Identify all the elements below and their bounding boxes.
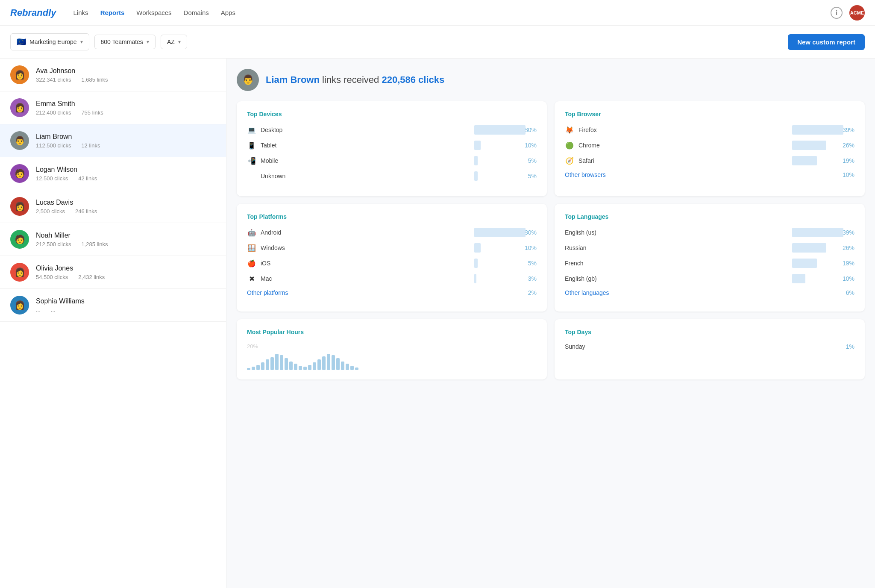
stat-bar [474, 259, 478, 268]
person-info: Noah Miller 212,500 clicks 1,285 links [36, 232, 216, 247]
hour-bar [317, 359, 321, 370]
stat-bar-container [474, 125, 517, 135]
nav-links: Links Reports Workspaces Domains Apps [73, 9, 831, 16]
person-stats: 322,341 clicks 1,685 links [36, 76, 216, 83]
nav-link-apps[interactable]: Apps [221, 9, 235, 16]
hour-bar [285, 358, 288, 370]
stat-row: 📲 Mobile 5% [247, 156, 537, 165]
top-platforms-rows: 🤖 Android 80% 🪟 Windows 10% 🍎 iOS 5% ✖ M… [247, 228, 537, 283]
hour-bar [266, 359, 269, 370]
person-item[interactable]: 👩 Sophia Williams ... ... [0, 289, 226, 322]
other-platforms-link[interactable]: Other platforms [247, 289, 517, 296]
other-languages-link[interactable]: Other languages [565, 289, 835, 296]
stat-bar-container [474, 228, 517, 237]
person-links: 1,685 links [81, 76, 108, 83]
person-item[interactable]: 🧑 Noah Miller 212,500 clicks 1,285 links [0, 223, 226, 256]
stat-bar [474, 243, 481, 253]
person-clicks: 112,500 clicks [36, 142, 71, 149]
workspace-filter[interactable]: 🇪🇺 Marketing Europe ▾ [10, 33, 89, 50]
teammates-filter[interactable]: 600 Teammates ▾ [94, 35, 156, 49]
person-avatar: 👩 [10, 98, 29, 117]
person-item[interactable]: 👩 Olivia Jones 54,500 clicks 2,432 links [0, 256, 226, 289]
stat-icon: 📲 [247, 157, 256, 165]
top-platforms-card: Top Platforms 🤖 Android 80% 🪟 Windows 10… [237, 204, 547, 312]
person-clicks: 12,500 clicks [36, 175, 68, 182]
hour-bar [313, 362, 316, 370]
other-browsers-link[interactable]: Other browsers [565, 171, 835, 178]
stat-bar-container [792, 228, 835, 237]
stat-bar [792, 243, 826, 253]
person-name: Liam Brown [36, 133, 216, 141]
stat-bar-container [792, 141, 835, 150]
person-name: Ava Johnson [36, 67, 216, 75]
nav-link-links[interactable]: Links [73, 9, 88, 16]
stats-grid: Top Devices 💻 Desktop 80% 📱 Tablet 10% 📲… [237, 101, 865, 379]
stat-row: Russian 26% [565, 243, 854, 253]
person-item[interactable]: 👩 Lucas Davis 2,500 clicks 246 links [0, 190, 226, 223]
top-browser-title: Top Browser [565, 111, 854, 118]
person-stats: 12,500 clicks 42 links [36, 175, 216, 182]
person-name: Noah Miller [36, 232, 216, 239]
person-links: 246 links [75, 208, 97, 215]
stat-row: French 19% [565, 259, 854, 268]
person-item[interactable]: 👩 Emma Smith 212,400 clicks 755 links [0, 91, 226, 124]
nav-link-workspaces[interactable]: Workspaces [136, 9, 171, 16]
hours-bars [247, 353, 537, 370]
stat-icon: 💻 [247, 126, 256, 134]
new-report-button[interactable]: New custom report [788, 34, 865, 50]
other-platforms-row: Other platforms 2% [247, 289, 537, 296]
workspace-label: Marketing Europe [29, 38, 77, 45]
person-avatar: 👩 [10, 65, 29, 84]
nav-link-reports[interactable]: Reports [100, 9, 125, 16]
stat-label: English (gb) [565, 275, 788, 282]
top-days-title: Top Days [565, 329, 854, 335]
person-avatar: 👨 [10, 131, 29, 150]
hour-bar [256, 365, 260, 370]
stat-label: Safari [578, 157, 788, 164]
other-languages-row: Other languages 6% [565, 289, 854, 296]
person-clicks: 322,341 clicks [36, 76, 71, 83]
stat-bar-container [474, 171, 517, 181]
stat-icon: 🧭 [565, 157, 574, 165]
stat-pct: 5% [521, 173, 537, 179]
sort-chevron-icon: ▾ [178, 39, 181, 45]
hour-bar [299, 366, 302, 370]
stat-bar [474, 274, 476, 283]
person-avatar: 🧑 [10, 164, 29, 183]
stat-icon: ✖ [247, 275, 256, 283]
sort-filter[interactable]: AZ ▾ [161, 35, 187, 49]
stat-pct: 10% [521, 244, 537, 251]
top-languages-title: Top Languages [565, 213, 854, 220]
stat-pct: 26% [839, 142, 854, 149]
stat-label: Firefox [578, 126, 788, 133]
stat-icon: 🪟 [247, 244, 256, 252]
hour-bar [341, 362, 344, 370]
top-devices-card: Top Devices 💻 Desktop 80% 📱 Tablet 10% 📲… [237, 101, 547, 196]
hour-bar [332, 355, 335, 370]
stat-label: English (us) [565, 229, 788, 236]
person-item[interactable]: 👨 Liam Brown 112,500 clicks 12 links [0, 124, 226, 157]
people-list: 👩 Ava Johnson 322,341 clicks 1,685 links… [0, 59, 226, 588]
person-clicks: ... [36, 307, 41, 313]
stat-bar [792, 259, 817, 268]
workspace-flag: 🇪🇺 [17, 37, 26, 47]
popular-hours-pct: 20% [247, 343, 537, 350]
top-devices-rows: 💻 Desktop 80% 📱 Tablet 10% 📲 Mobile 5% U… [247, 125, 537, 181]
other-languages-pct: 6% [839, 289, 854, 296]
info-icon[interactable]: i [831, 7, 843, 19]
profile-avatar: 👨 [237, 69, 259, 91]
stat-label: iOS [261, 260, 470, 267]
stat-row: English (gb) 10% [565, 274, 854, 283]
top-days-sunday-row: Sunday 1% [565, 343, 854, 350]
nav-link-domains[interactable]: Domains [184, 9, 209, 16]
profile-header: 👨 Liam Brown links received 220,586 clic… [237, 69, 865, 91]
main-content: 👩 Ava Johnson 322,341 clicks 1,685 links… [0, 59, 875, 588]
person-avatar: 👩 [10, 263, 29, 282]
person-item[interactable]: 🧑 Logan Wilson 12,500 clicks 42 links [0, 157, 226, 190]
person-avatar: 👩 [10, 197, 29, 216]
top-languages-rows: English (us) 39% Russian 26% French 19% … [565, 228, 854, 283]
person-stats: 212,400 clicks 755 links [36, 109, 216, 116]
user-avatar[interactable]: ACME [849, 5, 865, 21]
person-item[interactable]: 👩 Ava Johnson 322,341 clicks 1,685 links [0, 59, 226, 91]
person-links: 2,432 links [78, 274, 105, 280]
